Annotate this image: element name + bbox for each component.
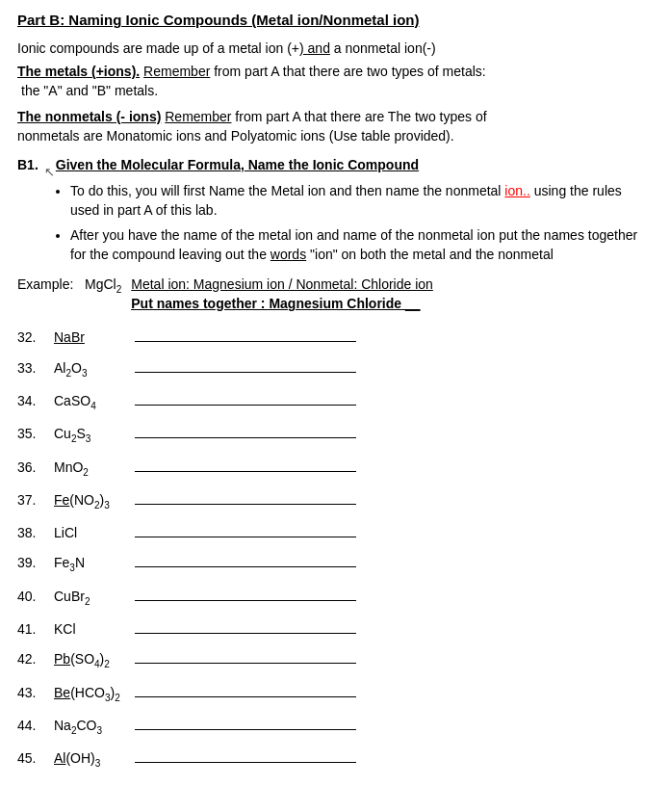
nonmetals-line2: nonmetals are Monatomic ions and Polyato…	[17, 126, 653, 145]
prob-num-34: 34.	[17, 391, 54, 410]
problem-row-45: 45. Al(OH)3	[17, 747, 653, 771]
nonmetals-line1-post: from part A that there are The two types…	[231, 109, 486, 124]
prob-formula-35: Cu2S3	[54, 424, 131, 446]
prob-num-40: 40.	[17, 587, 54, 606]
nonmetals-line1: The nonmetals (- ions) Remember from par…	[17, 107, 653, 126]
prob-formula-41: KCl	[54, 619, 131, 639]
prob-formula-40: CuBr2	[54, 587, 131, 609]
bullet-item-1: To do this, you will first Name the Meta…	[70, 181, 653, 221]
nonmetals-section: The nonmetals (- ions) Remember from par…	[17, 107, 653, 146]
example-line2: Put names together : Magnesium Chloride …	[131, 294, 433, 313]
b1-header: B1. Given the Molecular Formula, Name th…	[17, 155, 653, 174]
prob-formula-38: LiCl	[54, 523, 131, 542]
prob-num-38: 38.	[17, 523, 54, 542]
metals-section: The metals (+ions). Remember from part A…	[17, 62, 653, 101]
problem-row-37: 37. Fe(NO2)3	[17, 489, 653, 512]
bullet-item-2: After you have the name of the metal ion…	[70, 225, 653, 265]
nonmetals-remember: Remember	[165, 109, 231, 124]
prob-num-37: 37.	[17, 490, 54, 510]
answer-line-44[interactable]	[135, 715, 356, 730]
prob-num-42: 42.	[17, 649, 54, 668]
problem-row-44: 44. Na2CO3	[17, 715, 653, 738]
b1-label: B1.	[17, 155, 39, 174]
prob-formula-45: Al(OH)3	[54, 748, 131, 771]
prob-num-36: 36.	[17, 458, 54, 477]
example-line2-pre: Put names together :	[131, 296, 269, 311]
metals-line1-post: from part A that there are two types of …	[210, 64, 485, 79]
prob-num-41: 41.	[17, 619, 54, 639]
problem-row-43: 43. Be(HCO3)2	[17, 682, 653, 705]
answer-line-38[interactable]	[135, 522, 356, 537]
answer-line-43[interactable]	[135, 682, 356, 697]
answer-line-32[interactable]	[135, 327, 356, 342]
intro-paragraph: Ionic compounds are made up of a metal i…	[17, 39, 653, 58]
prob-num-43: 43.	[17, 683, 54, 702]
nonmetals-label: The nonmetals (- ions)	[17, 109, 161, 124]
problem-row-40: 40. CuBr2	[17, 586, 653, 609]
prob-formula-42: Pb(SO4)2	[54, 649, 131, 671]
intro-text-pre: Ionic compounds are made up of a metal i…	[17, 40, 299, 56]
prob-formula-34: CaSO4	[54, 391, 131, 413]
prob-num-35: 35.	[17, 424, 54, 443]
answer-line-36[interactable]	[135, 457, 356, 472]
bullet2-post: "ion" on both the metal and the nonmetal	[310, 247, 554, 262]
metals-line2: the "A" and "B" metals.	[17, 81, 653, 100]
problem-row-35: 35. Cu2S3	[17, 423, 653, 446]
example-compound-name: Magnesium Chloride	[269, 296, 401, 311]
prob-num-33: 33.	[17, 358, 54, 378]
answer-line-33[interactable]	[135, 357, 356, 373]
example-label: Example: MgCl2	[17, 275, 121, 297]
problems-container: 32. NaBr 33. Al2O3 34. CaSO4 35. Cu2S3 3…	[17, 327, 653, 771]
prob-formula-37: Fe(NO2)3	[54, 490, 131, 512]
problem-row-36: 36. MnO2	[17, 457, 653, 480]
intro-and: ) and	[299, 40, 330, 56]
problem-row-32: 32. NaBr	[17, 327, 653, 347]
problem-row-39: 39. Fe3N	[17, 552, 653, 575]
prob-formula-32: NaBr	[54, 327, 131, 347]
prob-num-44: 44.	[17, 716, 54, 735]
instructions-list: To do this, you will first Name the Meta…	[70, 181, 653, 265]
b1-title: Given the Molecular Formula, Name the Io…	[56, 155, 419, 174]
problem-row-38: 38. LiCl	[17, 522, 653, 542]
answer-line-35[interactable]	[135, 423, 356, 438]
example-formula: MgCl2	[85, 276, 121, 292]
cursor-indicator: ↖	[44, 164, 55, 182]
prob-formula-43: Be(HCO3)2	[54, 683, 131, 705]
prob-formula-33: Al2O3	[54, 358, 131, 380]
example-row: Example: MgCl2 Metal ion: Magnesium ion …	[17, 275, 653, 314]
example-line1: Metal ion: Magnesium ion / Nonmetal: Chl…	[131, 275, 433, 294]
intro-text-post: a nonmetal ion(-)	[330, 40, 436, 56]
example-word: Example:	[17, 276, 73, 292]
answer-line-42[interactable]	[135, 648, 356, 664]
bullet1-pre: To do this, you will first Name the Meta…	[70, 183, 501, 198]
metals-line1: The metals (+ions). Remember from part A…	[17, 62, 653, 81]
prob-num-32: 32.	[17, 327, 54, 347]
prob-num-39: 39.	[17, 553, 54, 572]
answer-line-40[interactable]	[135, 586, 356, 601]
answer-line-39[interactable]	[135, 552, 356, 567]
page-title: Part B: Naming Ionic Compounds (Metal io…	[17, 10, 653, 31]
problem-row-42: 42. Pb(SO4)2	[17, 648, 653, 671]
answer-line-41[interactable]	[135, 618, 356, 634]
metals-label: The metals (+ions).	[17, 64, 140, 79]
answer-line-45[interactable]	[135, 747, 356, 763]
problem-row-34: 34. CaSO4	[17, 390, 653, 413]
problem-row-33: 33. Al2O3	[17, 357, 653, 380]
problem-row-41: 41. KCl	[17, 618, 653, 639]
prob-num-45: 45.	[17, 748, 54, 768]
prob-formula-44: Na2CO3	[54, 716, 131, 738]
bullet1-ion: ion..	[504, 183, 529, 198]
prob-formula-39: Fe3N	[54, 553, 131, 575]
answer-line-37[interactable]	[135, 489, 356, 505]
answer-line-34[interactable]	[135, 390, 356, 406]
prob-formula-36: MnO2	[54, 458, 131, 480]
bullet2-words: words	[271, 247, 306, 262]
metals-remember: Remember	[143, 64, 210, 79]
example-detail: Metal ion: Magnesium ion / Nonmetal: Chl…	[131, 275, 433, 314]
